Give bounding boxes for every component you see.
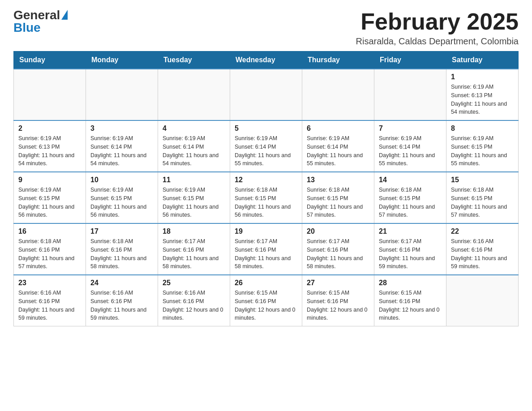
calendar-cell: 2Sunrise: 6:19 AM Sunset: 6:13 PM Daylig… [14,120,86,172]
day-number: 7 [379,124,442,133]
day-number: 20 [307,227,369,235]
calendar-cell [302,69,374,120]
day-info: Sunrise: 6:19 AM Sunset: 6:14 PM Dayligh… [379,134,442,168]
logo-triangle-icon [61,10,68,20]
col-header-wednesday: Wednesday [230,51,302,69]
day-number: 6 [307,124,369,133]
day-info: Sunrise: 6:18 AM Sunset: 6:16 PM Dayligh… [90,237,153,271]
day-number: 15 [451,176,514,184]
calendar-cell: 19Sunrise: 6:17 AM Sunset: 6:16 PM Dayli… [230,223,302,275]
day-info: Sunrise: 6:18 AM Sunset: 6:16 PM Dayligh… [18,237,81,271]
calendar-cell [86,69,158,120]
day-info: Sunrise: 6:19 AM Sunset: 6:15 PM Dayligh… [451,134,514,168]
col-header-saturday: Saturday [446,51,519,69]
day-info: Sunrise: 6:16 AM Sunset: 6:16 PM Dayligh… [18,289,81,322]
calendar-week-2: 9Sunrise: 6:19 AM Sunset: 6:15 PM Daylig… [14,172,519,223]
calendar-cell: 18Sunrise: 6:17 AM Sunset: 6:16 PM Dayli… [158,223,230,275]
day-info: Sunrise: 6:18 AM Sunset: 6:15 PM Dayligh… [379,186,442,219]
day-number: 23 [18,279,81,287]
calendar-cell: 28Sunrise: 6:15 AM Sunset: 6:16 PM Dayli… [374,275,446,326]
day-number: 22 [451,227,514,235]
day-number: 19 [235,227,297,235]
day-info: Sunrise: 6:18 AM Sunset: 6:15 PM Dayligh… [307,186,369,219]
calendar-cell [158,69,230,120]
calendar-cell: 12Sunrise: 6:18 AM Sunset: 6:15 PM Dayli… [230,172,302,223]
day-number: 8 [451,124,514,133]
day-info: Sunrise: 6:16 AM Sunset: 6:16 PM Dayligh… [451,237,514,271]
col-header-tuesday: Tuesday [158,51,230,69]
calendar-cell: 27Sunrise: 6:15 AM Sunset: 6:16 PM Dayli… [302,275,374,326]
day-number: 16 [18,227,81,235]
day-number: 17 [90,227,153,235]
day-info: Sunrise: 6:19 AM Sunset: 6:13 PM Dayligh… [451,83,514,116]
day-info: Sunrise: 6:18 AM Sunset: 6:15 PM Dayligh… [451,186,514,219]
day-info: Sunrise: 6:15 AM Sunset: 6:16 PM Dayligh… [379,289,442,322]
day-number: 5 [235,124,297,133]
calendar-cell: 17Sunrise: 6:18 AM Sunset: 6:16 PM Dayli… [86,223,158,275]
day-number: 18 [163,227,225,235]
day-info: Sunrise: 6:16 AM Sunset: 6:16 PM Dayligh… [163,289,225,322]
location-label: Risaralda, Caldas Department, Colombia [356,36,519,47]
day-info: Sunrise: 6:17 AM Sunset: 6:16 PM Dayligh… [379,237,442,271]
page-header: General Blue February 2025 Risaralda, Ca… [13,9,519,47]
day-number: 2 [18,124,81,133]
day-info: Sunrise: 6:18 AM Sunset: 6:15 PM Dayligh… [235,186,297,219]
day-number: 26 [235,279,297,287]
calendar-week-0: 1Sunrise: 6:19 AM Sunset: 6:13 PM Daylig… [14,69,519,120]
day-info: Sunrise: 6:19 AM Sunset: 6:14 PM Dayligh… [163,134,225,168]
calendar-cell: 20Sunrise: 6:17 AM Sunset: 6:16 PM Dayli… [302,223,374,275]
calendar-cell: 26Sunrise: 6:15 AM Sunset: 6:16 PM Dayli… [230,275,302,326]
col-header-thursday: Thursday [302,51,374,69]
day-number: 21 [379,227,442,235]
calendar-cell: 5Sunrise: 6:19 AM Sunset: 6:14 PM Daylig… [230,120,302,172]
logo-general-text: General [13,9,60,21]
calendar-cell: 22Sunrise: 6:16 AM Sunset: 6:16 PM Dayli… [446,223,519,275]
month-title: February 2025 [356,9,519,34]
day-info: Sunrise: 6:17 AM Sunset: 6:16 PM Dayligh… [163,237,225,271]
col-header-monday: Monday [86,51,158,69]
day-number: 4 [163,124,225,133]
day-number: 3 [90,124,153,133]
day-info: Sunrise: 6:17 AM Sunset: 6:16 PM Dayligh… [235,237,297,271]
calendar-cell [446,275,519,326]
calendar-cell: 9Sunrise: 6:19 AM Sunset: 6:15 PM Daylig… [14,172,86,223]
day-info: Sunrise: 6:16 AM Sunset: 6:16 PM Dayligh… [90,289,153,322]
calendar-cell: 24Sunrise: 6:16 AM Sunset: 6:16 PM Dayli… [86,275,158,326]
calendar-week-3: 16Sunrise: 6:18 AM Sunset: 6:16 PM Dayli… [14,223,519,275]
title-section: February 2025 Risaralda, Caldas Departme… [356,9,519,47]
calendar-cell: 21Sunrise: 6:17 AM Sunset: 6:16 PM Dayli… [374,223,446,275]
calendar-cell: 15Sunrise: 6:18 AM Sunset: 6:15 PM Dayli… [446,172,519,223]
calendar-cell: 10Sunrise: 6:19 AM Sunset: 6:15 PM Dayli… [86,172,158,223]
calendar-cell: 23Sunrise: 6:16 AM Sunset: 6:16 PM Dayli… [14,275,86,326]
day-number: 24 [90,279,153,287]
day-number: 12 [235,176,297,184]
logo-blue-text: Blue [13,21,41,34]
calendar-cell [14,69,86,120]
day-info: Sunrise: 6:19 AM Sunset: 6:13 PM Dayligh… [18,134,81,168]
calendar-cell: 8Sunrise: 6:19 AM Sunset: 6:15 PM Daylig… [446,120,519,172]
calendar-cell: 16Sunrise: 6:18 AM Sunset: 6:16 PM Dayli… [14,223,86,275]
col-header-sunday: Sunday [14,51,86,69]
day-info: Sunrise: 6:15 AM Sunset: 6:16 PM Dayligh… [307,289,369,322]
calendar-cell [230,69,302,120]
calendar-cell: 11Sunrise: 6:19 AM Sunset: 6:15 PM Dayli… [158,172,230,223]
day-number: 25 [163,279,225,287]
day-number: 14 [379,176,442,184]
calendar-cell: 25Sunrise: 6:16 AM Sunset: 6:16 PM Dayli… [158,275,230,326]
calendar-table: SundayMondayTuesdayWednesdayThursdayFrid… [13,51,519,326]
calendar-cell: 13Sunrise: 6:18 AM Sunset: 6:15 PM Dayli… [302,172,374,223]
calendar-cell: 4Sunrise: 6:19 AM Sunset: 6:14 PM Daylig… [158,120,230,172]
calendar-week-4: 23Sunrise: 6:16 AM Sunset: 6:16 PM Dayli… [14,275,519,326]
day-info: Sunrise: 6:19 AM Sunset: 6:15 PM Dayligh… [18,186,81,219]
day-info: Sunrise: 6:19 AM Sunset: 6:14 PM Dayligh… [235,134,297,168]
day-info: Sunrise: 6:19 AM Sunset: 6:14 PM Dayligh… [307,134,369,168]
day-info: Sunrise: 6:19 AM Sunset: 6:15 PM Dayligh… [163,186,225,219]
calendar-week-1: 2Sunrise: 6:19 AM Sunset: 6:13 PM Daylig… [14,120,519,172]
logo: General Blue [13,9,68,34]
day-number: 9 [18,176,81,184]
calendar-cell: 1Sunrise: 6:19 AM Sunset: 6:13 PM Daylig… [446,69,519,120]
day-number: 10 [90,176,153,184]
day-info: Sunrise: 6:19 AM Sunset: 6:15 PM Dayligh… [90,186,153,219]
day-number: 13 [307,176,369,184]
col-header-friday: Friday [374,51,446,69]
